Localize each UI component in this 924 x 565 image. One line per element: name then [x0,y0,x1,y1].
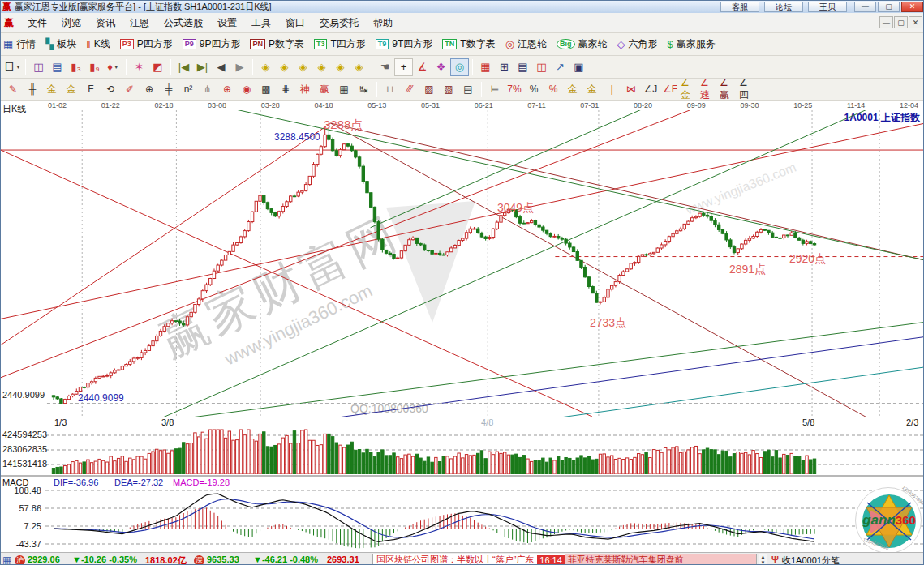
toolbar-六角形[interactable]: ◇六角形 [617,37,658,51]
zone-window-icon[interactable]: ◫ [29,58,48,76]
last-page-icon[interactable]: ▶| [193,58,212,76]
quote-grid-icon[interactable]: ▦ [2,554,11,565]
toolbar-9P四方形[interactable]: P99P四方形 [183,37,241,51]
titlebar-button-3[interactable]: 王贝 [808,2,847,12]
macd-chart[interactable] [1,477,924,552]
compass-icon[interactable]: ⊕ [217,81,237,98]
wheel-icon[interactable]: ◉ [237,81,256,98]
gold-grid-1-icon[interactable]: 金 [42,81,62,98]
percent-red-icon[interactable]: 7% [505,81,524,98]
brush-tool-icon[interactable]: ✐ [120,81,140,98]
first-page-icon[interactable]: |◀ [174,58,193,76]
save-icon[interactable]: ◫ [532,58,551,76]
gold-circle-1-icon[interactable]: 金 [563,81,582,98]
report-icon[interactable]: ▤ [514,58,532,76]
gann-diamond-left-icon[interactable]: ◈ [256,58,275,76]
menu-窗口[interactable]: 窗口 [278,14,312,32]
grid-target-icon[interactable]: ▩ [256,81,276,98]
gann-ying-icon[interactable]: 赢 [315,81,334,98]
mdi-maximize-button[interactable]: ▢ [894,16,908,28]
candle-marker-icon[interactable]: ❘ [602,81,621,98]
gann-shen-icon[interactable]: 神 [295,81,315,98]
news-ticker[interactable]: 国区块链公司图谱：半数以上“落户”广东 16:14 菲亚特克莱斯勒汽车集团盘前 [372,554,757,565]
percent-line-icon[interactable]: % [544,81,563,98]
close-button[interactable]: ✕ [901,2,923,12]
time-grid-icon[interactable]: ▦ [334,81,354,98]
angle-si-icon[interactable]: ∠四 [738,81,758,98]
toolbar-赢家服务[interactable]: $赢家服务 [668,37,716,51]
hand-tool-icon[interactable]: ☚ [376,58,394,76]
print-icon[interactable]: ▣ [569,58,588,76]
menu-公式选股[interactable]: 公式选股 [157,14,210,32]
candle-period-icon[interactable]: ♦▼ [104,58,122,76]
toolbar-赢家轮[interactable]: Big赢家轮 [557,37,608,51]
toolbar-P四方形[interactable]: P3P四方形 [120,37,173,51]
angle-ying-icon[interactable]: ∠赢 [719,81,738,98]
scale-steps-icon[interactable]: ⊨ [485,81,505,98]
toolbar-行情[interactable]: ▦行情 [3,37,36,51]
frame-tool-icon[interactable]: ⊔ [380,81,400,98]
scroll-down-icon[interactable]: ▼ [759,560,767,565]
volume-bars[interactable] [52,430,815,474]
spiral-tool-icon[interactable]: ⟲ [101,81,120,98]
toolbar-T数字表[interactable]: TNT数字表 [442,37,495,51]
maximize-button[interactable]: ▢ [878,2,900,12]
menu-交易委托[interactable]: 交易委托 [312,14,366,32]
mdi-close-button[interactable]: ✕ [909,16,922,28]
gann-grid-icon[interactable]: ╫ [23,81,42,98]
span-arrow-icon[interactable]: ↹ [354,81,373,98]
grid-fill-2-icon[interactable]: ▧ [439,81,458,98]
angle-gold-icon[interactable]: ∠金 [680,81,699,98]
ruler-grid-icon[interactable]: ╪ [159,81,178,98]
menu-帮助[interactable]: 帮助 [366,14,400,32]
news-headline-2[interactable]: 菲亚特克莱斯勒汽车集团盘前 [565,554,756,565]
circle-cross-icon[interactable]: ⊕ [140,81,159,98]
hatch-tool-icon[interactable]: ▤ [458,81,478,98]
crosshair-tool-icon[interactable]: + [394,58,413,76]
titlebar-button-1[interactable]: 客服 [720,2,759,12]
percent-sign-icon[interactable]: % [524,81,544,98]
bars-9-icon[interactable]: ▮₉ [85,58,104,76]
main-price-chart[interactable] [1,110,924,417]
gold-circle-2-icon[interactable]: 金 [582,81,602,98]
period-day-selector[interactable]: 日▼ [3,58,22,76]
gann-diamond-expand-icon[interactable]: ◈ [350,58,368,76]
hourglass-fan-icon[interactable]: ⋈ [621,81,641,98]
mdi-minimize-button[interactable]: — [879,16,893,28]
toolbar-P数字表[interactable]: PNP数字表 [250,37,304,51]
angle-f-icon[interactable]: ∠F [660,81,680,98]
scroll-up-icon[interactable]: ▲ [759,554,767,560]
menu-资讯[interactable]: 资讯 [88,14,122,32]
grid-fill-1-icon[interactable]: ▨ [419,81,439,98]
pattern-icon[interactable]: ✶ [130,58,148,76]
toolbar-K线[interactable]: ‖K线 [86,37,110,51]
volume-chart[interactable] [1,428,924,474]
menu-文件[interactable]: 文件 [20,14,54,32]
gann-diamond-cross-icon[interactable]: ◈ [331,58,350,76]
next-icon[interactable]: ▶ [230,58,249,76]
gann-diamond-right-icon[interactable]: ◈ [275,58,294,76]
angle-su-icon[interactable]: ∠速 [699,81,719,98]
prev-icon[interactable]: ◀ [212,58,230,76]
fibonacci-f-icon[interactable]: F [81,81,101,98]
gann-diamond-v-icon[interactable]: ◈ [312,58,331,76]
menu-设置[interactable]: 设置 [210,14,244,32]
mirror-angle-icon[interactable]: ⋔ [198,81,217,98]
news-scroll-spinner[interactable]: ▲ ▼ [759,554,767,565]
export-icon[interactable]: ↗ [551,58,569,76]
info-list-icon[interactable]: ▤ [48,58,67,76]
bars-3-icon[interactable]: ▮₃ [67,58,85,76]
menu-工具[interactable]: 工具 [244,14,278,32]
news-headline-1[interactable]: 国区块链公司图谱：半数以上“落户”广东 [373,554,537,565]
calendar-icon[interactable]: ▦ [476,58,495,76]
angle-j-icon[interactable]: ∠J [641,81,660,98]
gold-grid-2-icon[interactable]: 金 [62,81,81,98]
percent-retrace-icon[interactable]: ⋕ [276,81,295,98]
calculator-icon[interactable]: ⊞ [495,58,514,76]
n-squared-icon[interactable]: n² [178,81,198,98]
menu-江恩[interactable]: 江恩 [122,14,157,32]
toolbar-9T四方形[interactable]: T99T四方形 [376,37,433,51]
fan-red-icon[interactable]: ⁄⁄⁄ [400,81,419,98]
multi-chart-icon[interactable]: ◩ [148,58,167,76]
gann-diamond-h-icon[interactable]: ◈ [294,58,312,76]
